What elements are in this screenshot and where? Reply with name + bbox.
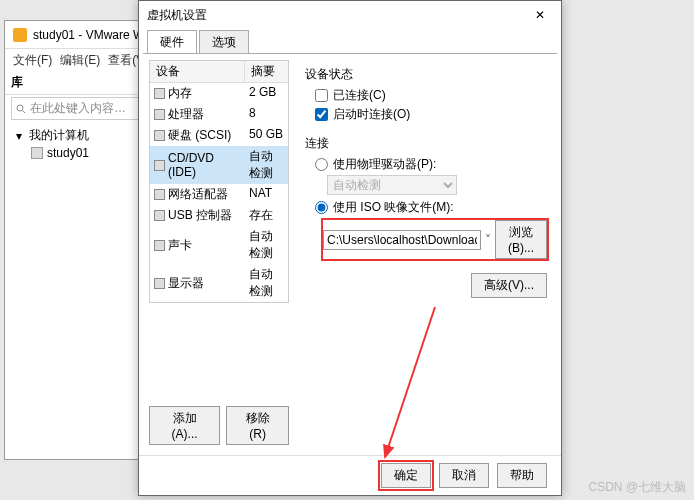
cancel-button[interactable]: 取消 (439, 463, 489, 488)
usb-icon (154, 210, 165, 221)
col-summary: 摘要 (245, 61, 288, 82)
menu-file[interactable]: 文件(F) (11, 52, 54, 69)
use-physical-row[interactable]: 使用物理驱动器(P): (315, 156, 547, 173)
table-row[interactable]: 硬盘 (SCSI)50 GB (150, 125, 288, 146)
svg-line-1 (23, 110, 26, 113)
tree-item-label: study01 (47, 146, 89, 160)
connect-poweron-label: 启动时连接(O) (333, 106, 410, 123)
dropdown-icon[interactable]: ˅ (485, 233, 491, 247)
disk-icon (154, 130, 165, 141)
use-iso-radio[interactable] (315, 201, 328, 214)
connected-checkbox-row[interactable]: 已连接(C) (315, 87, 547, 104)
dialog-title: 虚拟机设置 (147, 7, 207, 24)
dialog-close-button[interactable]: ✕ (527, 6, 553, 24)
display-icon (154, 278, 165, 289)
connected-checkbox[interactable] (315, 89, 328, 102)
use-iso-row[interactable]: 使用 ISO 映像文件(M): (315, 199, 547, 216)
use-physical-label: 使用物理驱动器(P): (333, 156, 436, 173)
sound-icon (154, 240, 165, 251)
search-placeholder: 在此处键入内容… (30, 100, 126, 117)
tree-my-computer-label: 我的计算机 (29, 127, 89, 144)
device-buttons: 添加(A)... 移除(R) (149, 402, 289, 449)
connection-label: 连接 (305, 135, 547, 152)
tab-options[interactable]: 选项 (199, 30, 249, 54)
use-physical-radio[interactable] (315, 158, 328, 171)
vm-settings-dialog: 虚拟机设置 ✕ 硬件 选项 设备 摘要 内存2 GB 处理器8 硬盘 (SCSI… (138, 0, 562, 496)
collapse-icon: ▾ (13, 130, 25, 142)
vm-icon (31, 147, 43, 159)
memory-icon (154, 88, 165, 99)
device-table: 设备 摘要 内存2 GB 处理器8 硬盘 (SCSI)50 GB CD/DVD … (149, 60, 289, 303)
table-row[interactable]: 显示器自动检测 (150, 264, 288, 302)
add-device-button[interactable]: 添加(A)... (149, 406, 220, 445)
watermark: CSDN @七维大脑 (588, 479, 686, 496)
net-icon (154, 189, 165, 200)
table-row[interactable]: 处理器8 (150, 104, 288, 125)
menu-edit[interactable]: 编辑(E) (58, 52, 102, 69)
table-row-selected[interactable]: CD/DVD (IDE)自动检测 (150, 146, 288, 184)
connected-label: 已连接(C) (333, 87, 386, 104)
remove-device-button[interactable]: 移除(R) (226, 406, 289, 445)
connect-poweron-checkbox[interactable] (315, 108, 328, 121)
cd-icon (154, 160, 165, 171)
search-icon (16, 104, 26, 114)
device-table-header: 设备 摘要 (150, 61, 288, 83)
dialog-body: 设备 摘要 内存2 GB 处理器8 硬盘 (SCSI)50 GB CD/DVD … (143, 53, 557, 455)
dialog-tabs: 硬件 选项 (139, 29, 561, 53)
table-row[interactable]: 声卡自动检测 (150, 226, 288, 264)
physical-drive-select: 自动检测 (327, 175, 457, 195)
advanced-button[interactable]: 高级(V)... (471, 273, 547, 298)
use-iso-label: 使用 ISO 映像文件(M): (333, 199, 454, 216)
dialog-footer: 确定 取消 帮助 (139, 455, 561, 495)
device-status-label: 设备状态 (305, 66, 547, 83)
device-list-panel: 设备 摘要 内存2 GB 处理器8 硬盘 (SCSI)50 GB CD/DVD … (143, 54, 295, 455)
vmware-icon (13, 28, 27, 42)
browse-button[interactable]: 浏览(B)... (495, 220, 547, 259)
dialog-titlebar: 虚拟机设置 ✕ (139, 1, 561, 29)
table-row[interactable]: 网络适配器NAT (150, 184, 288, 205)
table-row[interactable]: 内存2 GB (150, 83, 288, 104)
svg-point-0 (17, 105, 23, 111)
tab-hardware[interactable]: 硬件 (147, 30, 197, 54)
table-row[interactable]: USB 控制器存在 (150, 205, 288, 226)
library-label: 库 (11, 74, 23, 91)
device-settings-panel: 设备状态 已连接(C) 启动时连接(O) 连接 使用物理驱动器(P): 自动检测 (295, 54, 557, 455)
iso-path-row: ˅ 浏览(B)... (323, 220, 547, 259)
iso-path-input[interactable] (323, 230, 481, 250)
help-button[interactable]: 帮助 (497, 463, 547, 488)
connect-poweron-row[interactable]: 启动时连接(O) (315, 106, 547, 123)
col-device: 设备 (150, 61, 245, 82)
cpu-icon (154, 109, 165, 120)
ok-button[interactable]: 确定 (381, 463, 431, 488)
